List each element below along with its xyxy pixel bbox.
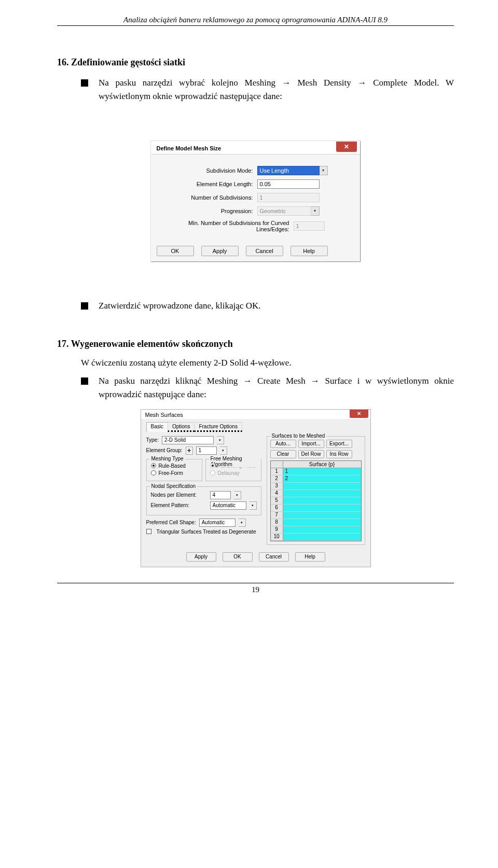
surfaces-grid[interactable]: Surface {p} 1122345678910 [270,460,362,541]
nodes-per-element-label: Nodes per Element: [151,492,207,498]
mesh-surfaces-dialog: Mesh Surfaces ✕ Basic Options Fracture O… [141,409,371,567]
ok-button[interactable]: OK [157,246,194,256]
tab-options[interactable]: Options [168,422,195,432]
close-icon: ✕ [357,411,361,416]
free-form-label: Free-Form [159,470,183,476]
progression-label: Progression: [160,208,257,214]
clear-button[interactable]: Clear [270,450,296,458]
bullet-icon [81,377,88,385]
bullet-icon [81,302,88,310]
page-number: 19 [57,583,454,594]
table-row[interactable]: 4 [271,490,361,497]
apply-button[interactable]: Apply [186,552,216,562]
define-mesh-size-dialog: Define Model Mesh Size ✕ Subdivision Mod… [151,141,361,262]
cancel-button[interactable]: Cancel [259,552,289,562]
rule-based-label: Rule-Based [159,463,186,469]
bullet-item: Na pasku narzędzi kliknąć Meshing → Crea… [81,374,454,402]
table-row[interactable]: 22 [271,475,361,483]
grid-corner [271,461,283,468]
progression-select [257,206,311,216]
table-row[interactable]: 9 [271,526,361,534]
table-row[interactable]: 3 [271,483,361,490]
grid-row-number: 5 [271,497,283,504]
bullet-text: Na pasku narzędzi kliknąć Meshing → Crea… [99,374,454,402]
grid-cell[interactable]: 1 [283,468,361,475]
min-subdivisions-label: Min. Number of Subdivisions for Curved L… [160,220,294,232]
grid-row-number: 6 [271,505,283,511]
chevron-down-icon[interactable]: ▾ [250,501,257,510]
nodal-specification-group: Nodal Specification [150,483,198,489]
grid-cell[interactable] [283,497,361,504]
close-button[interactable]: ✕ [336,142,357,152]
chevron-down-icon[interactable]: ▾ [217,436,224,444]
type-select[interactable] [162,436,214,444]
cancel-button[interactable]: Cancel [246,246,283,256]
rule-based-radio[interactable] [151,463,156,468]
grid-row-number: 10 [271,534,283,540]
free-form-radio[interactable] [151,470,156,475]
grid-row-number: 7 [271,512,283,519]
import-button[interactable]: Import... [298,440,324,448]
table-row[interactable]: 8 [271,519,361,526]
grid-row-number: 8 [271,519,283,526]
delaunay-label: Delaunay [218,470,240,476]
edge-length-input[interactable] [257,179,320,189]
advancing-front-radio [210,463,215,468]
grid-cell[interactable] [283,534,361,540]
element-pattern-select[interactable] [210,501,246,510]
page-header: Analiza obciążeń baneru reklamowego za p… [57,16,454,26]
grid-cell[interactable] [283,519,361,526]
edge-length-label: Element Edge Length: [160,181,257,187]
preferred-cell-shape-select[interactable] [199,519,236,527]
element-pattern-label: Element Pattern: [151,502,207,508]
free-meshing-algorithm-group: Free Meshing Algorithm [209,456,261,467]
bullet-text: Na pasku narzędzi wybrać kolejno Meshing… [99,76,454,104]
grid-row-number: 3 [271,483,283,489]
grid-cell[interactable]: 2 [283,475,361,482]
chevron-down-icon[interactable]: ▾ [239,519,246,527]
meshing-type-group: Meshing Type [150,456,185,461]
num-subdivisions-input [257,193,320,202]
table-row[interactable]: 6 [271,505,361,512]
grid-cell[interactable] [283,490,361,497]
subdivision-mode-select[interactable] [257,166,320,175]
grid-column-header: Surface {p} [283,461,361,468]
table-row[interactable]: 11 [271,468,361,475]
grid-cell[interactable] [283,483,361,489]
bullet-icon [81,79,88,87]
triangular-degenerate-checkbox[interactable] [146,529,151,534]
add-element-group-button[interactable]: + [186,446,193,455]
grid-cell[interactable] [283,512,361,519]
tab-basic[interactable]: Basic [146,422,168,432]
table-row[interactable]: 10 [271,534,361,541]
delrow-button[interactable]: Del Row [298,450,324,458]
bullet-text: Zatwierdzić wprowadzone dane, klikając O… [99,299,260,313]
delaunay-radio [210,470,215,475]
close-button[interactable]: ✕ [350,410,368,418]
element-group-label: Element Group: [146,447,183,453]
export-button[interactable]: Export... [326,440,352,448]
type-label: Type: [146,437,159,443]
apply-button[interactable]: Apply [201,246,239,256]
help-button[interactable]: Help [295,552,325,562]
grid-cell[interactable] [283,526,361,533]
table-row[interactable]: 5 [271,497,361,505]
close-icon: ✕ [344,143,349,150]
ok-button[interactable]: OK [223,552,253,562]
tab-bar: Basic Options Fracture Options [146,422,365,432]
auto-button[interactable]: Auto... [270,440,296,448]
nodes-per-element-select[interactable] [210,491,231,499]
chevron-down-icon[interactable]: ▾ [320,166,328,175]
subdivision-mode-label: Subdivision Mode: [160,167,257,174]
insrow-button[interactable]: Ins Row [326,450,352,458]
grid-row-number: 1 [271,468,283,475]
chevron-down-icon: ▾ [311,206,320,216]
dialog-title: Mesh Surfaces [145,412,183,418]
element-group-select[interactable] [196,446,217,455]
chevron-down-icon[interactable]: ▾ [234,491,241,499]
help-button[interactable]: Help [290,246,328,256]
tab-fracture[interactable]: Fracture Options [194,422,242,432]
table-row[interactable]: 7 [271,512,361,519]
chevron-down-icon[interactable]: ▾ [220,446,227,455]
grid-cell[interactable] [283,505,361,511]
